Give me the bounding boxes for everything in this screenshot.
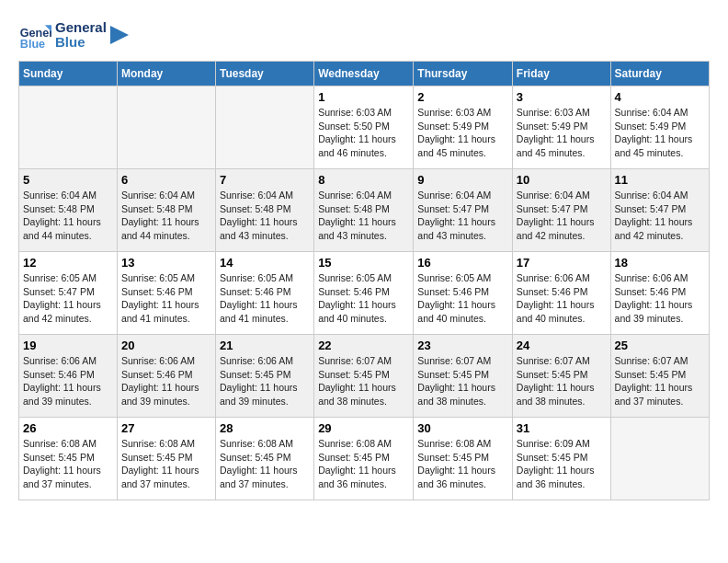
logo-arrow-icon	[110, 26, 129, 44]
sunrise-text: Sunrise: 6:04 AM	[23, 190, 97, 201]
day-info: Sunrise: 6:03 AMSunset: 5:49 PMDaylight:…	[517, 106, 607, 160]
calendar-cell-4-6: 24Sunrise: 6:07 AMSunset: 5:45 PMDayligh…	[512, 335, 610, 418]
sunset-text: Sunset: 5:45 PM	[417, 452, 489, 463]
daylight-text: Daylight: 11 hours and 45 minutes.	[615, 133, 693, 158]
weekday-header-tuesday: Tuesday	[215, 62, 313, 86]
day-number: 15	[318, 256, 409, 270]
sunset-text: Sunset: 5:46 PM	[417, 286, 489, 297]
calendar-cell-1-1	[19, 86, 118, 169]
day-number: 25	[615, 339, 705, 352]
calendar-cell-1-3	[215, 86, 313, 169]
logo-icon: General Blue	[18, 18, 51, 52]
daylight-text: Daylight: 11 hours and 43 minutes.	[417, 216, 495, 241]
day-number: 22	[318, 339, 409, 352]
day-number: 21	[220, 339, 310, 352]
calendar-cell-4-4: 22Sunrise: 6:07 AMSunset: 5:45 PMDayligh…	[314, 335, 414, 418]
calendar-cell-1-2	[117, 86, 215, 169]
calendar-cell-4-5: 23Sunrise: 6:07 AMSunset: 5:45 PMDayligh…	[414, 335, 513, 418]
calendar-cell-1-5: 2Sunrise: 6:03 AMSunset: 5:49 PMDaylight…	[414, 86, 513, 169]
sunrise-text: Sunrise: 6:06 AM	[517, 272, 590, 283]
day-number: 7	[220, 173, 310, 187]
day-info: Sunrise: 6:05 AMSunset: 5:46 PMDaylight:…	[220, 271, 310, 326]
week-row-2: 5Sunrise: 6:04 AMSunset: 5:48 PMDaylight…	[19, 169, 710, 252]
day-info: Sunrise: 6:09 AMSunset: 5:45 PMDaylight:…	[517, 437, 607, 491]
sunset-text: Sunset: 5:45 PM	[517, 452, 588, 463]
sunset-text: Sunset: 5:46 PM	[318, 286, 390, 297]
sunrise-text: Sunrise: 6:04 AM	[318, 190, 392, 201]
day-info: Sunrise: 6:08 AMSunset: 5:45 PMDaylight:…	[121, 437, 211, 491]
day-info: Sunrise: 6:04 AMSunset: 5:48 PMDaylight:…	[220, 189, 310, 243]
daylight-text: Daylight: 11 hours and 44 minutes.	[121, 216, 199, 241]
day-info: Sunrise: 6:07 AMSunset: 5:45 PMDaylight:…	[517, 354, 607, 408]
day-info: Sunrise: 6:04 AMSunset: 5:47 PMDaylight:…	[517, 189, 607, 243]
daylight-text: Daylight: 11 hours and 37 minutes.	[615, 382, 693, 407]
calendar-cell-4-1: 19Sunrise: 6:06 AMSunset: 5:46 PMDayligh…	[19, 335, 118, 418]
day-info: Sunrise: 6:04 AMSunset: 5:48 PMDaylight:…	[318, 189, 409, 243]
week-row-5: 26Sunrise: 6:08 AMSunset: 5:45 PMDayligh…	[19, 418, 710, 500]
sunrise-text: Sunrise: 6:07 AM	[517, 355, 590, 366]
calendar-cell-5-2: 27Sunrise: 6:08 AMSunset: 5:45 PMDayligh…	[117, 418, 215, 500]
sunset-text: Sunset: 5:45 PM	[121, 452, 193, 463]
day-number: 31	[517, 421, 607, 435]
day-info: Sunrise: 6:08 AMSunset: 5:45 PMDaylight:…	[23, 437, 113, 491]
sunset-text: Sunset: 5:46 PM	[121, 369, 193, 380]
sunset-text: Sunset: 5:48 PM	[318, 203, 390, 214]
sunrise-text: Sunrise: 6:04 AM	[220, 190, 293, 201]
sunrise-text: Sunrise: 6:05 AM	[220, 272, 293, 283]
calendar-cell-3-1: 12Sunrise: 6:05 AMSunset: 5:47 PMDayligh…	[19, 252, 118, 335]
daylight-text: Daylight: 11 hours and 42 minutes.	[615, 216, 693, 241]
day-info: Sunrise: 6:04 AMSunset: 5:48 PMDaylight:…	[121, 189, 211, 243]
sunset-text: Sunset: 5:48 PM	[220, 203, 291, 214]
sunrise-text: Sunrise: 6:06 AM	[615, 272, 688, 283]
day-info: Sunrise: 6:06 AMSunset: 5:46 PMDaylight:…	[615, 271, 705, 326]
calendar-cell-3-5: 16Sunrise: 6:05 AMSunset: 5:46 PMDayligh…	[414, 252, 513, 335]
daylight-text: Daylight: 11 hours and 38 minutes.	[318, 382, 396, 407]
daylight-text: Daylight: 11 hours and 45 minutes.	[517, 133, 595, 158]
sunrise-text: Sunrise: 6:05 AM	[417, 272, 491, 283]
daylight-text: Daylight: 11 hours and 42 minutes.	[517, 216, 595, 241]
sunset-text: Sunset: 5:45 PM	[220, 369, 291, 380]
day-info: Sunrise: 6:07 AMSunset: 5:45 PMDaylight:…	[417, 354, 508, 408]
day-number: 14	[220, 256, 310, 270]
sunset-text: Sunset: 5:45 PM	[417, 369, 489, 380]
day-info: Sunrise: 6:07 AMSunset: 5:45 PMDaylight:…	[318, 354, 409, 408]
day-number: 28	[220, 421, 310, 435]
calendar-cell-5-7	[610, 418, 709, 500]
sunrise-text: Sunrise: 6:08 AM	[121, 438, 195, 449]
calendar-cell-4-3: 21Sunrise: 6:06 AMSunset: 5:45 PMDayligh…	[215, 335, 313, 418]
sunrise-text: Sunrise: 6:03 AM	[417, 107, 491, 118]
day-number: 12	[23, 256, 113, 270]
day-number: 9	[417, 173, 508, 187]
sunset-text: Sunset: 5:49 PM	[417, 121, 489, 132]
day-number: 11	[615, 173, 705, 187]
day-info: Sunrise: 6:05 AMSunset: 5:46 PMDaylight:…	[318, 271, 409, 326]
day-number: 27	[121, 421, 211, 435]
sunset-text: Sunset: 5:45 PM	[615, 369, 687, 380]
svg-text:Blue: Blue	[20, 38, 45, 51]
day-number: 4	[615, 90, 705, 104]
calendar-cell-2-1: 5Sunrise: 6:04 AMSunset: 5:48 PMDaylight…	[19, 169, 118, 252]
daylight-text: Daylight: 11 hours and 43 minutes.	[220, 216, 298, 241]
day-number: 17	[517, 256, 607, 270]
weekday-header-wednesday: Wednesday	[314, 62, 414, 86]
sunrise-text: Sunrise: 6:04 AM	[517, 190, 590, 201]
daylight-text: Daylight: 11 hours and 37 minutes.	[121, 465, 199, 489]
sunset-text: Sunset: 5:46 PM	[615, 286, 687, 297]
calendar-cell-3-4: 15Sunrise: 6:05 AMSunset: 5:46 PMDayligh…	[314, 252, 414, 335]
sunrise-text: Sunrise: 6:06 AM	[220, 355, 293, 366]
sunrise-text: Sunrise: 6:07 AM	[417, 355, 491, 366]
day-info: Sunrise: 6:04 AMSunset: 5:47 PMDaylight:…	[417, 189, 508, 243]
day-info: Sunrise: 6:06 AMSunset: 5:46 PMDaylight:…	[23, 354, 113, 408]
weekday-header-thursday: Thursday	[414, 62, 513, 86]
sunrise-text: Sunrise: 6:04 AM	[615, 107, 688, 118]
day-info: Sunrise: 6:05 AMSunset: 5:46 PMDaylight:…	[121, 271, 211, 326]
daylight-text: Daylight: 11 hours and 41 minutes.	[220, 299, 298, 324]
calendar-cell-2-2: 6Sunrise: 6:04 AMSunset: 5:48 PMDaylight…	[117, 169, 215, 252]
day-info: Sunrise: 6:03 AMSunset: 5:50 PMDaylight:…	[318, 106, 409, 160]
sunset-text: Sunset: 5:49 PM	[615, 121, 687, 132]
sunset-text: Sunset: 5:47 PM	[23, 286, 95, 297]
sunset-text: Sunset: 5:46 PM	[23, 369, 95, 380]
sunrise-text: Sunrise: 6:06 AM	[23, 355, 97, 366]
day-number: 19	[23, 339, 113, 352]
weekday-header-row: SundayMondayTuesdayWednesdayThursdayFrid…	[19, 62, 710, 86]
